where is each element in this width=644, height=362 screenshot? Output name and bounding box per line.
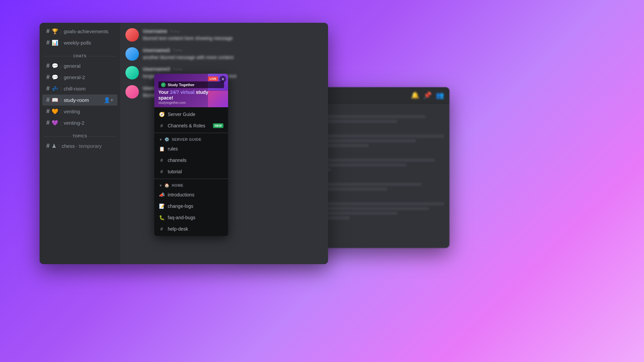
faq-bugs-label: faq-and-bugs — [168, 215, 196, 220]
channels-icon: # — [159, 158, 164, 163]
channel-name: general-2 — [64, 74, 85, 80]
channel-emoji: 🏆 — [52, 28, 58, 35]
server-verified-icon — [161, 82, 166, 87]
channel-divider: | — [60, 86, 62, 92]
channel-hash-icon: # — [46, 85, 50, 92]
channel-item-chess[interactable]: # ♟ | chess · temporary — [42, 140, 117, 152]
channel-divider: | — [60, 120, 62, 126]
channel-item-chill-room[interactable]: # 💤 | chill-room — [42, 83, 117, 94]
tutorial-label: tutorial — [168, 169, 182, 174]
divider-line-left — [44, 136, 71, 136]
channel-item-goals-achievements[interactable]: # 🏆 | goals-achievements — [42, 26, 117, 37]
topics-label: TOPICS — [72, 134, 87, 138]
server-guide-section-label: SERVER GUIDE — [172, 137, 202, 141]
channel-hash-icon: # — [46, 62, 50, 69]
user-avatar — [125, 47, 139, 61]
add-user-button[interactable]: 👤+ — [104, 97, 113, 103]
channel-emoji: 💤 — [52, 85, 58, 92]
divider-line-right — [89, 136, 116, 136]
channel-divider: | — [60, 109, 62, 114]
server-guide-icon: 🧭 — [159, 112, 164, 117]
message-text: blurred text content here showing messag… — [143, 35, 323, 42]
message-username: Username3 — [143, 66, 170, 72]
channel-name: venting-2 — [64, 120, 85, 126]
introductions-label: introductions — [168, 192, 194, 197]
channel-divider: | — [58, 143, 60, 149]
popup-menu-item-tutorial[interactable]: # tutorial — [154, 166, 228, 177]
channel-divider: | — [60, 97, 62, 103]
channels-roles-label: Channels & Roles — [168, 123, 205, 128]
change-logs-icon: 📝 — [159, 203, 164, 209]
channel-hash-icon: # — [46, 108, 50, 115]
channel-name: goals-achievements — [64, 28, 108, 34]
message-time: Today — [173, 67, 182, 71]
channel-hash-icon: # — [46, 97, 50, 104]
change-logs-label: change-logs — [168, 203, 193, 209]
server-guide-section-header: ▼ ⚙️ SERVER GUIDE — [154, 134, 228, 143]
message-content: Username2 Today another blurred message … — [143, 47, 323, 61]
user-avatar — [125, 28, 139, 42]
message-username: Username — [143, 28, 167, 34]
channel-emoji: 📖 — [52, 97, 58, 103]
channel-emoji: 🧡 — [52, 108, 58, 115]
message-content: Username Today blurred text content here… — [143, 28, 323, 42]
rules-icon: 📋 — [159, 146, 164, 152]
chats-section-header: CHATS — [40, 49, 120, 60]
popup-menu-item-rules[interactable]: 📋 rules — [154, 143, 228, 155]
message-header: Username3 Today — [143, 66, 323, 72]
channel-divider: | — [60, 63, 62, 69]
collapse-arrow-icon: ▼ — [159, 184, 162, 187]
channel-name: general — [64, 63, 80, 69]
channel-item-weekly-polls[interactable]: # 📊 | weekly-polls — [42, 37, 117, 48]
right-header-icon-2: 📌 — [423, 91, 432, 99]
message-time: Today — [170, 29, 180, 33]
popup-menu-item-faq-and-bugs[interactable]: 🐛 faq-and-bugs — [154, 212, 228, 223]
divider-line-right — [88, 56, 116, 56]
server-guide-label: Server Guide — [168, 112, 195, 117]
channel-divider: | — [60, 74, 62, 80]
message-text: another blurred message with more conten… — [143, 54, 323, 61]
user-avatar — [125, 66, 139, 79]
popup-menu-item-channels-roles[interactable]: # Channels & Roles NEW — [154, 120, 228, 131]
server-name-label: Study Together — [168, 83, 195, 87]
channel-item-general-2[interactable]: # 💬 | general-2 — [42, 72, 117, 83]
new-badge: NEW — [213, 123, 223, 128]
popup-menu: 🧭 Server Guide # Channels & Roles NEW ▼ … — [154, 107, 228, 236]
channels-label: channels — [168, 158, 186, 163]
collapse-arrow-icon: ▼ — [159, 138, 162, 141]
message-username: Username2 — [143, 47, 170, 53]
channel-emoji: 💬 — [52, 74, 58, 80]
channel-divider: | — [60, 28, 62, 34]
channel-hash-icon: # — [46, 39, 50, 46]
popup-divider — [154, 133, 228, 133]
channel-emoji: 💬 — [52, 63, 58, 69]
channel-item-study-room[interactable]: # 📖 | study-room 👤+ — [42, 95, 117, 106]
popup-url: studytogether.com — [158, 101, 224, 105]
channel-name: weekly-polls — [64, 40, 91, 46]
faq-bugs-icon: 🐛 — [159, 215, 164, 220]
home-icon: 🏠 — [164, 183, 170, 188]
popup-menu-item-channels[interactable]: # channels — [154, 155, 228, 166]
channel-name: chess · temporary — [62, 143, 102, 149]
popup-menu-item-change-logs[interactable]: 📝 change-logs — [154, 200, 228, 212]
divider-line-left — [44, 56, 72, 56]
right-header-icon-1: 🔔 — [411, 91, 419, 99]
popup-banner-content: Study Together Your 24/7 virtual study s… — [158, 81, 224, 105]
channel-item-venting-2[interactable]: # 💜 | venting-2 — [42, 117, 117, 128]
channel-emoji: 📊 — [52, 40, 58, 46]
right-header-icon-3: 👥 — [436, 91, 444, 99]
channel-hash-icon: # — [46, 119, 50, 126]
popup-menu-item-introductions[interactable]: 📣 introductions — [154, 189, 228, 200]
message-header: Username Today — [143, 28, 323, 34]
popup-server-name: Study Together — [158, 81, 224, 88]
introductions-icon: 📣 — [159, 192, 164, 197]
channel-item-general[interactable]: # 💬 | general — [42, 60, 117, 71]
server-popup: Study Together Your 24/7 virtual study s… — [154, 74, 228, 236]
popup-menu-item-server-guide[interactable]: 🧭 Server Guide — [154, 109, 228, 120]
channel-hash-icon: # — [46, 74, 50, 81]
channel-item-venting[interactable]: # 🧡 | venting — [42, 106, 117, 117]
channel-name: study-room — [64, 97, 89, 103]
message-header: Username2 Today — [143, 47, 323, 53]
popup-menu-item-help-desk[interactable]: # help-desk — [154, 223, 228, 235]
topics-section-header: TOPICS — [40, 129, 120, 140]
